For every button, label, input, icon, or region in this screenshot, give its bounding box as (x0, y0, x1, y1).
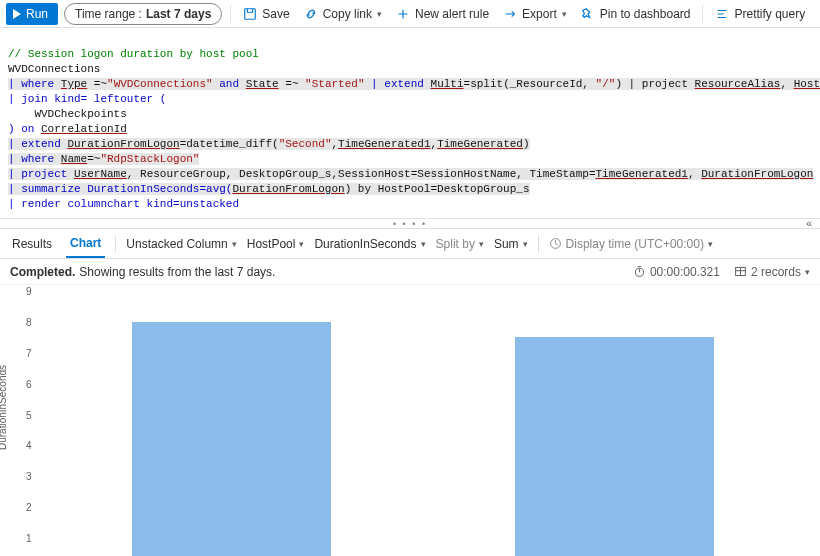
svg-rect-0 (245, 8, 256, 19)
q-tok: DurationFromLogon (701, 168, 813, 180)
time-range-picker[interactable]: Time range : Last 7 days (64, 3, 222, 25)
q-tok: "WVDConnections" (107, 78, 213, 90)
tab-chart[interactable]: Chart (66, 230, 105, 258)
time-range-value: Last 7 days (146, 7, 211, 21)
chart-agg-dropdown[interactable]: Sum▾ (494, 237, 528, 251)
q-tok: ) on (8, 123, 41, 135)
save-button[interactable]: Save (239, 3, 293, 25)
chevron-down-icon: ▾ (421, 239, 426, 249)
q-line: WVDConnections (8, 63, 100, 75)
run-button[interactable]: Run (6, 3, 58, 25)
q-tok: =~ (87, 78, 107, 90)
table-icon (734, 265, 747, 278)
chart-split-dropdown[interactable]: Split by▾ (436, 237, 484, 251)
q-tok: TimeGenerated (437, 138, 523, 150)
query-editor[interactable]: // Session logon duration by host pool W… (0, 28, 820, 219)
q-tok: | where (8, 153, 61, 165)
chart-type-dropdown[interactable]: Unstacked Column▾ (126, 237, 236, 251)
prettify-label: Prettify query (734, 7, 805, 21)
chevron-down-icon: ▾ (479, 239, 484, 249)
separator (702, 5, 703, 23)
stopwatch-icon (633, 265, 646, 278)
bar[interactable] (132, 322, 331, 556)
q-tok: | extend (8, 138, 67, 150)
export-label: Export (522, 7, 557, 21)
chevron-down-icon: ▾ (562, 9, 567, 19)
save-icon (243, 7, 257, 21)
record-count[interactable]: 2 records ▾ (734, 265, 810, 279)
q-line: // Session logon duration by host pool (8, 48, 259, 60)
y-tick: 1 (26, 533, 32, 544)
separator (538, 235, 539, 253)
separator (115, 235, 116, 253)
tab-results[interactable]: Results (8, 231, 56, 257)
q-tok: ) by HostPool=DesktopGroup_s (345, 183, 530, 195)
new-alert-label: New alert rule (415, 7, 489, 21)
pin-icon (581, 7, 595, 21)
q-tok: Type (61, 78, 87, 90)
splitter[interactable]: • • • • « (0, 219, 820, 229)
q-tok: =~ (279, 78, 305, 90)
records-value: 2 records (751, 265, 801, 279)
run-label: Run (26, 7, 48, 21)
chart-x-label: HostPool (247, 237, 296, 251)
chevron-down-icon: ▾ (523, 239, 528, 249)
q-tok: "Started" (305, 78, 364, 90)
q-tok: =split(_ResourceId, (464, 78, 596, 90)
chart-y-label: DurationInSeconds (314, 237, 416, 251)
pin-label: Pin to dashboard (600, 7, 691, 21)
chart-type-label: Unstacked Column (126, 237, 227, 251)
y-tick: 5 (26, 409, 32, 420)
q-tok: , (780, 78, 793, 90)
pin-button[interactable]: Pin to dashboard (577, 3, 695, 25)
chart-agg-label: Sum (494, 237, 519, 251)
q-tok: =datetime_diff( (180, 138, 279, 150)
plus-icon (396, 7, 410, 21)
separator (230, 5, 231, 23)
q-tok: UserName (74, 168, 127, 180)
q-tok: DurationFromLogon (232, 183, 344, 195)
q-tok: =~ (87, 153, 100, 165)
new-alert-button[interactable]: New alert rule (392, 3, 493, 25)
y-tick: 4 (26, 440, 32, 451)
q-tok: ) (523, 138, 530, 150)
chart-x-dropdown[interactable]: HostPool▾ (247, 237, 305, 251)
bar[interactable] (515, 337, 714, 556)
q-tok: | project (8, 168, 74, 180)
collapse-icon[interactable]: « (806, 217, 812, 229)
q-tok: TimeGenerated1 (596, 168, 688, 180)
chevron-down-icon: ▾ (232, 239, 237, 249)
q-tok: HostPool (794, 78, 820, 90)
q-line: | join kind= leftouter ( (8, 93, 166, 105)
chart-area: DurationInSeconds 0123456789WVD.DESIGN2.… (0, 285, 820, 556)
q-tok: DurationFromLogon (67, 138, 179, 150)
drag-handle-icon: • • • • (393, 219, 427, 229)
chevron-down-icon: ▾ (377, 9, 382, 19)
export-icon (503, 7, 517, 21)
chevron-down-icon: ▾ (299, 239, 304, 249)
q-tok: "Second" (279, 138, 332, 150)
status-bar: Completed. Showing results from the last… (0, 259, 820, 285)
link-icon (304, 7, 318, 21)
q-tok: , ResourceGroup, DesktopGroup_s,SessionH… (127, 168, 596, 180)
query-toolbar: Run Time range : Last 7 days Save Copy l… (0, 0, 820, 28)
export-button[interactable]: Export ▾ (499, 3, 571, 25)
q-tok: ResourceAlias (695, 78, 781, 90)
status-subtitle: Showing results from the last 7 days. (79, 265, 275, 279)
chart-y-dropdown[interactable]: DurationInSeconds▾ (314, 237, 425, 251)
q-tok: | extend (365, 78, 431, 90)
y-tick: 3 (26, 471, 32, 482)
elapsed-value: 00:00:00.321 (650, 265, 720, 279)
display-time-label: Display time (UTC+00:00) (566, 237, 704, 251)
clock-icon (549, 237, 562, 250)
q-line: | render columnchart kind=unstacked (8, 198, 239, 210)
q-tok: "/" (596, 78, 616, 90)
y-tick: 9 (26, 286, 32, 297)
prettify-button[interactable]: Prettify query (711, 3, 809, 25)
copy-link-button[interactable]: Copy link ▾ (300, 3, 386, 25)
format-icon (715, 7, 729, 21)
y-tick: 6 (26, 378, 32, 389)
display-time-dropdown[interactable]: Display time (UTC+00:00)▾ (549, 237, 713, 251)
time-range-prefix: Time range : (75, 7, 142, 21)
y-tick: 7 (26, 347, 32, 358)
